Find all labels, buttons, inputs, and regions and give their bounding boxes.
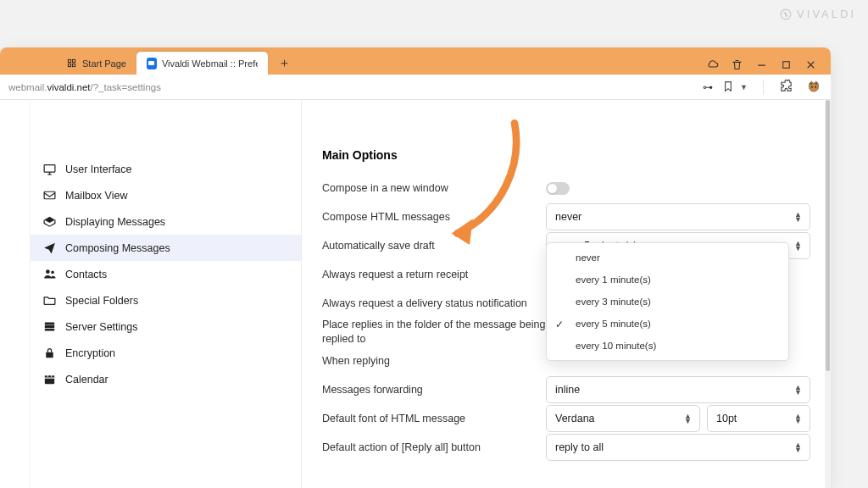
extensions-icon[interactable] [779,79,793,95]
trash-icon[interactable] [731,58,743,71]
select-default-font[interactable]: Verdana ▲▼ [546,405,700,432]
autosave-dropdown[interactable]: never every 1 minute(s) every 3 minute(s… [546,242,789,361]
tab-start-page[interactable]: Start Page [56,52,136,75]
row-compose-new-window: Compose in a new window [322,174,810,202]
main-heading: Main Options [322,148,810,162]
profile-avatar-icon[interactable] [807,80,822,95]
svg-rect-4 [72,64,75,66]
svg-rect-12 [46,352,53,358]
toggle-compose-new-window[interactable] [546,182,570,195]
dd-option-5min[interactable]: ✓every 5 minute(s) [547,313,788,335]
vivaldi-wordmark: VIVALDI [780,8,856,20]
content-area: User Interface Mailbox View Displaying M… [0,100,831,488]
sidebar-item-composing-messages[interactable]: Composing Messages [31,235,301,261]
svg-rect-8 [44,165,55,173]
sidebar-item-encryption[interactable]: Encryption [31,340,301,366]
sidebar-item-label: Displaying Messages [65,216,165,228]
svg-rect-1 [68,59,70,62]
select-forwarding[interactable]: inline ▲▼ [546,376,810,403]
svg-rect-5 [783,62,790,69]
sidebar-item-label: Composing Messages [65,242,170,254]
sidebar-item-mailbox-view[interactable]: Mailbox View [31,182,301,208]
svg-point-11 [51,271,54,274]
svg-point-7 [815,86,816,87]
select-reply-all-action[interactable]: reply to all ▲▼ [546,434,810,461]
tab-strip: Start Page Vivaldi Webmail :: Preferen ＋ [0,47,831,75]
svg-rect-9 [44,191,55,199]
speed-dial-icon [66,58,77,69]
updown-icon: ▲▼ [684,413,692,424]
bookmark-icon[interactable] [721,80,735,95]
close-button[interactable] [804,58,817,71]
row-reply-all-action: Default action of [Reply all] button rep… [322,433,810,462]
sidebar-item-contacts[interactable]: Contacts [31,261,301,287]
scrollbar[interactable] [825,100,831,488]
url-text: webmail.vivaldi.net/?_task=settings [8,82,703,92]
vivaldi-wordmark-text: VIVALDI [797,8,856,20]
sidebar-item-label: Encryption [65,347,115,359]
svg-rect-3 [68,64,70,66]
cloud-sync-icon[interactable] [706,58,719,71]
check-icon: ✓ [555,319,564,330]
sidebar-item-calendar[interactable]: Calendar [31,366,301,392]
minimize-button[interactable] [755,58,768,71]
tab-label: Start Page [82,58,126,69]
sidebar-item-user-interface[interactable]: User Interface [31,156,301,182]
main-panel: Main Options Compose in a new window Com… [302,100,831,488]
webmail-favicon [147,58,157,69]
updown-icon: ▲▼ [794,442,802,452]
vivaldi-logo-icon [780,8,792,20]
svg-rect-13 [45,375,54,384]
sidebar-item-label: Server Settings [65,321,137,333]
updown-icon: ▲▼ [794,385,802,395]
dd-option-10min[interactable]: every 10 minute(s) [547,335,788,357]
row-compose-html: Compose HTML messages never ▲▼ [322,202,810,231]
tab-vivaldi-webmail[interactable]: Vivaldi Webmail :: Preferen [136,52,268,75]
address-bar[interactable]: webmail.vivaldi.net/?_task=settings ⊶ ▼ [0,75,831,100]
sidebar-item-label: User Interface [65,164,132,175]
dd-option-never[interactable]: never [547,247,788,269]
maximize-button[interactable] [780,58,793,71]
sidebar-item-displaying-messages[interactable]: Displaying Messages [31,208,301,235]
bookmark-chevron-icon[interactable]: ▼ [740,83,748,92]
updown-icon: ▲▼ [794,212,802,222]
settings-sidebar: User Interface Mailbox View Displaying M… [31,100,302,488]
sidebar-item-label: Contacts [65,269,107,280]
svg-rect-2 [72,59,75,62]
new-tab-button[interactable]: ＋ [275,53,295,73]
browser-window: Start Page Vivaldi Webmail :: Preferen ＋… [0,47,831,488]
sidebar-item-label: Special Folders [65,295,138,307]
sidebar-item-server-settings[interactable]: Server Settings [31,313,301,340]
sidebar-item-label: Calendar [65,374,108,385]
sidebar-item-special-folders[interactable]: Special Folders [31,287,301,313]
select-compose-html[interactable]: never ▲▼ [546,203,810,230]
svg-point-6 [811,86,813,87]
row-messages-forwarding: Messages forwarding inline ▲▼ [322,375,810,404]
tab-label: Vivaldi Webmail :: Preferen [162,58,258,69]
row-default-font: Default font of HTML message Verdana ▲▼ … [322,404,810,433]
dd-option-1min[interactable]: every 1 minute(s) [547,269,788,291]
sidebar-item-label: Mailbox View [65,190,127,202]
dd-option-3min[interactable]: every 3 minute(s) [547,291,788,313]
svg-point-10 [46,269,50,274]
select-default-font-size[interactable]: 10pt ▲▼ [707,405,810,432]
updown-icon: ▲▼ [794,413,802,424]
updown-icon: ▲▼ [794,241,802,251]
key-icon[interactable]: ⊶ [703,81,713,93]
